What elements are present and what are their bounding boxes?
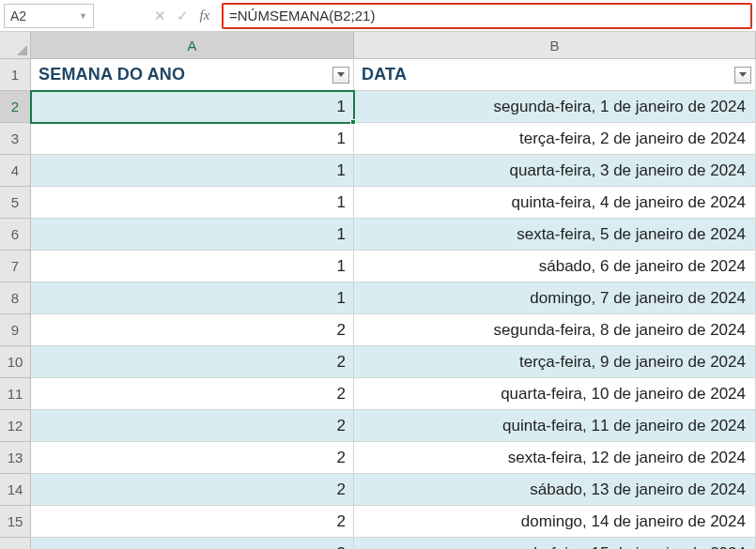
row-headers: 12345678910111213141516: [0, 59, 31, 549]
row-header[interactable]: 11: [0, 378, 31, 410]
cell[interactable]: segunda-feira, 15 de janeiro de 2024: [354, 538, 756, 549]
cell[interactable]: segunda-feira, 8 de janeiro de 2024: [354, 314, 756, 346]
row-header[interactable]: 6: [0, 219, 31, 251]
row-header[interactable]: 1: [0, 59, 31, 91]
cell[interactable]: segunda-feira, 1 de janeiro de 2024: [354, 91, 756, 123]
table-row: 1quinta-feira, 4 de janeiro de 2024: [31, 187, 756, 219]
table-header-cell[interactable]: SEMANA DO ANO: [31, 59, 354, 91]
row-header[interactable]: 14: [0, 474, 31, 506]
chevron-down-icon[interactable]: ▼: [79, 11, 87, 21]
fx-icon: fx: [200, 8, 210, 23]
row-header[interactable]: 3: [0, 123, 31, 155]
data-body: SEMANA DO ANODATA1segunda-feira, 1 de ja…: [31, 59, 756, 549]
cell[interactable]: 1: [31, 219, 354, 251]
table-row: 1segunda-feira, 1 de janeiro de 2024: [31, 91, 756, 123]
cell[interactable]: quarta-feira, 3 de janeiro de 2024: [354, 155, 756, 187]
name-box[interactable]: A2 ▼: [4, 4, 94, 28]
table-row: 2domingo, 14 de janeiro de 2024: [31, 506, 756, 538]
cell[interactable]: quinta-feira, 11 de janeiro de 2024: [354, 410, 756, 442]
cell[interactable]: quarta-feira, 10 de janeiro de 2024: [354, 378, 756, 410]
table-row: SEMANA DO ANODATA: [31, 59, 756, 91]
cell[interactable]: 2: [31, 314, 354, 346]
cell[interactable]: 1: [31, 187, 354, 219]
cell[interactable]: terça-feira, 2 de janeiro de 2024: [354, 123, 756, 155]
cell[interactable]: 2: [31, 474, 354, 506]
row-header[interactable]: 4: [0, 155, 31, 187]
filter-dropdown-icon[interactable]: [734, 67, 751, 84]
name-box-value: A2: [10, 8, 26, 23]
column-header-A[interactable]: A: [31, 32, 354, 59]
fill-handle[interactable]: [350, 119, 356, 125]
cell[interactable]: 1: [31, 282, 354, 314]
cell[interactable]: 1: [31, 251, 354, 282]
cell[interactable]: 2: [31, 506, 354, 538]
cell[interactable]: 2: [31, 346, 354, 378]
column-header-B[interactable]: B: [354, 32, 756, 59]
row-header[interactable]: 9: [0, 314, 31, 346]
cell[interactable]: sexta-feira, 12 de janeiro de 2024: [354, 442, 756, 474]
table-row: 2quarta-feira, 10 de janeiro de 2024: [31, 378, 756, 410]
cell[interactable]: 2: [31, 410, 354, 442]
table-row: 2sexta-feira, 12 de janeiro de 2024: [31, 442, 756, 474]
row-header[interactable]: 12: [0, 410, 31, 442]
cell[interactable]: terça-feira, 9 de janeiro de 2024: [354, 346, 756, 378]
row-header[interactable]: 2: [0, 91, 31, 123]
cell[interactable]: sexta-feira, 5 de janeiro de 2024: [354, 219, 756, 251]
table-row: 1sexta-feira, 5 de janeiro de 2024: [31, 219, 756, 251]
formula-input[interactable]: =NÚMSEMANA(B2;21): [222, 3, 752, 29]
cell[interactable]: 3: [31, 538, 354, 549]
cell[interactable]: 1: [31, 91, 354, 123]
row-header[interactable]: 15: [0, 506, 31, 538]
close-icon: ✕: [154, 8, 166, 24]
column-headers: A B: [31, 32, 756, 59]
row-header[interactable]: 16: [0, 538, 31, 549]
table-row: 1terça-feira, 2 de janeiro de 2024: [31, 123, 756, 155]
row-header[interactable]: 8: [0, 282, 31, 314]
spreadsheet-grid: 12345678910111213141516 A B SEMANA DO AN…: [0, 32, 756, 549]
table-row: 3segunda-feira, 15 de janeiro de 2024: [31, 538, 756, 549]
filter-dropdown-icon[interactable]: [332, 67, 349, 84]
table-row: 2sábado, 13 de janeiro de 2024: [31, 474, 756, 506]
formula-bar: A2 ▼ ✕ ✓ fx =NÚMSEMANA(B2;21): [0, 0, 756, 32]
table-row: 2quinta-feira, 11 de janeiro de 2024: [31, 410, 756, 442]
row-header[interactable]: 5: [0, 187, 31, 219]
table-row: 1domingo, 7 de janeiro de 2024: [31, 282, 756, 314]
cell[interactable]: domingo, 7 de janeiro de 2024: [354, 282, 756, 314]
select-all-corner[interactable]: [0, 32, 31, 59]
insert-function-button[interactable]: fx: [193, 4, 216, 28]
cell[interactable]: sábado, 6 de janeiro de 2024: [354, 251, 756, 282]
table-row: 1sábado, 6 de janeiro de 2024: [31, 251, 756, 282]
cell[interactable]: 1: [31, 155, 354, 187]
row-header[interactable]: 7: [0, 251, 31, 282]
table-row: 1quarta-feira, 3 de janeiro de 2024: [31, 155, 756, 187]
cell[interactable]: 2: [31, 378, 354, 410]
cell[interactable]: 2: [31, 442, 354, 474]
cell[interactable]: sábado, 13 de janeiro de 2024: [354, 474, 756, 506]
formula-text: =NÚMSEMANA(B2;21): [229, 8, 375, 23]
confirm-formula-button[interactable]: ✓: [171, 4, 193, 28]
cancel-formula-button[interactable]: ✕: [148, 4, 171, 28]
cell[interactable]: quinta-feira, 4 de janeiro de 2024: [354, 187, 756, 219]
table-header-cell[interactable]: DATA: [354, 59, 756, 91]
check-icon: ✓: [177, 8, 189, 24]
table-row: 2terça-feira, 9 de janeiro de 2024: [31, 346, 756, 378]
cell[interactable]: domingo, 14 de janeiro de 2024: [354, 506, 756, 538]
row-header[interactable]: 10: [0, 346, 31, 378]
table-row: 2segunda-feira, 8 de janeiro de 2024: [31, 314, 756, 346]
cell[interactable]: 1: [31, 123, 354, 155]
row-header[interactable]: 13: [0, 442, 31, 474]
